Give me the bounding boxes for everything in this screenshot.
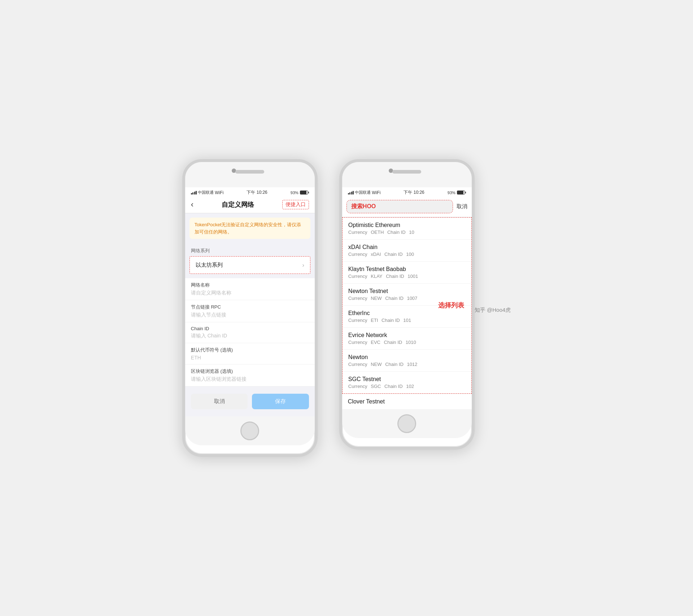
warning-box: TokenPocket无法验证自定义网络的安全性，请仅添加可信任的网络。 (189, 218, 310, 239)
signal-icon-right (348, 191, 354, 195)
field-placeholder-chain-id[interactable]: 请输入 Chain ID (191, 333, 309, 339)
time-right: 下午 10:26 (404, 189, 424, 196)
home-button-left[interactable] (240, 421, 259, 440)
chainid-value-7: 102 (406, 384, 414, 389)
search-placeholder: 搜索HOO (351, 203, 376, 209)
field-placeholder-network-name[interactable]: 请自定义网络名称 (191, 290, 309, 296)
chainid-label-0: Chain ID (387, 230, 406, 235)
field-placeholder-currency[interactable]: ETH (191, 355, 309, 361)
left-nav-bar: ‹ 自定义网络 便捷入口 (185, 197, 315, 213)
chainid-label-1: Chain ID (384, 252, 403, 257)
search-cancel-button[interactable]: 取消 (457, 203, 467, 210)
signal-bar-r2 (349, 192, 350, 195)
network-name-5: Evrice Network (348, 332, 466, 338)
left-phone: 中国联通 WiFi 下午 10:26 93% ‹ 自定义网络 (182, 159, 318, 457)
network-name-7: SGC Testnet (348, 376, 466, 383)
list-item-0[interactable]: Optimistic Ethereum Currency OETH Chain … (343, 218, 471, 240)
network-name-0: Optimistic Ethereum (348, 222, 466, 228)
list-item-7[interactable]: SGC Testnet Currency SGC Chain ID 102 (343, 372, 471, 393)
list-item-2[interactable]: Klaytn Testnet Baobab Currency KLAY Chai… (343, 262, 471, 284)
currency-label-4: Currency (348, 318, 367, 323)
battery-pct-right: 93% (448, 191, 456, 195)
signal-bar-r1 (348, 193, 349, 195)
currency-value-6: NEW (371, 362, 382, 367)
list-item-1[interactable]: xDAI Chain Currency xDAI Chain ID 100 (343, 240, 471, 262)
left-status-left: 中国联通 WiFi (191, 190, 224, 195)
network-series-row[interactable]: 以太坊系列 › (189, 256, 310, 274)
speaker-right (392, 170, 421, 174)
currency-label-2: Currency (348, 274, 367, 279)
battery-pct-left: 93% (291, 191, 298, 195)
network-name-3: Newton Testnet (348, 288, 466, 294)
chainid-label-3: Chain ID (385, 296, 404, 301)
network-name-2: Klaytn Testnet Baobab (348, 266, 466, 272)
left-screen: 中国联通 WiFi 下午 10:26 93% ‹ 自定义网络 (185, 187, 315, 416)
network-name-1: xDAI Chain (348, 244, 466, 250)
left-phone-top (185, 162, 315, 187)
right-phone: 中国联通 WiFi 下午 10:26 93% 搜索HOO (339, 159, 475, 450)
carrier-right: 中国联通 (355, 190, 371, 195)
currency-label-6: Currency (348, 362, 367, 367)
chainid-value-3: 1007 (407, 296, 417, 301)
battery-fill-right (457, 191, 464, 194)
field-chain-id: Chain ID 请输入 Chain ID (185, 322, 315, 343)
list-wrapper: Optimistic Ethereum Currency OETH Chain … (342, 217, 472, 409)
search-input-wrapper[interactable]: 搜索HOO (346, 200, 453, 213)
chainid-label-5: Chain ID (384, 340, 402, 345)
list-item-5[interactable]: Evrice Network Currency EVC Chain ID 101… (343, 328, 471, 350)
right-status-bar: 中国联通 WiFi 下午 10:26 93% (342, 187, 472, 197)
network-meta-5: Currency EVC Chain ID 1010 (348, 340, 466, 345)
field-explorer: 区块链浏览器 (选填) 请输入区块链浏览器链接 (185, 364, 315, 386)
currency-value-7: SGC (371, 384, 381, 389)
speaker-left (235, 170, 264, 174)
cancel-button[interactable]: 取消 (191, 394, 248, 409)
list-item-3[interactable]: Newton Testnet Currency NEW Chain ID 100… (343, 284, 471, 306)
network-name-4: EtherInc (348, 310, 466, 316)
chainid-value-4: 101 (403, 318, 411, 323)
currency-label-1: Currency (348, 252, 367, 257)
currency-value-1: xDAI (371, 252, 381, 257)
chainid-value-2: 1001 (407, 274, 418, 279)
save-button[interactable]: 保存 (252, 394, 309, 409)
chainid-value-6: 1012 (407, 362, 417, 367)
currency-value-5: EVC (371, 340, 380, 345)
field-label-network-name: 网络名称 (191, 282, 309, 288)
network-meta-2: Currency KLAY Chain ID 1001 (348, 274, 466, 279)
list-item-6[interactable]: Newton Currency NEW Chain ID 1012 (343, 350, 471, 372)
field-placeholder-explorer[interactable]: 请输入区块链浏览器链接 (191, 376, 309, 383)
network-name-partial: Clover Testnet (348, 398, 466, 405)
wifi-icon-right: WiFi (372, 190, 380, 195)
carrier-left: 中国联通 (198, 190, 214, 195)
signal-bar-4 (196, 191, 197, 195)
signal-icon (191, 191, 197, 195)
page-title: 自定义网络 (222, 200, 254, 209)
field-placeholder-rpc[interactable]: 请输入节点链接 (191, 312, 309, 318)
currency-value-2: KLAY (371, 274, 382, 279)
right-status-right2: 93% (448, 191, 466, 195)
battery-icon-left (300, 191, 309, 195)
battery-fill-left (300, 191, 307, 194)
right-status-left: 中国联通 WiFi (348, 190, 381, 195)
chainid-label-7: Chain ID (384, 384, 403, 389)
battery-tip-left (308, 192, 309, 193)
chainid-label-6: Chain ID (385, 362, 404, 367)
shortcut-button[interactable]: 便捷入口 (282, 200, 309, 209)
currency-label-0: Currency (348, 230, 367, 235)
home-button-right[interactable] (397, 414, 416, 433)
chevron-icon: › (302, 262, 304, 268)
currency-label-5: Currency (348, 340, 367, 345)
back-button[interactable]: ‹ (191, 200, 193, 209)
field-label-chain-id: Chain ID (191, 326, 309, 331)
partial-item-clover[interactable]: Clover Testnet (342, 394, 472, 409)
network-name-6: Newton (348, 354, 466, 361)
network-series-label: 网络系列 (185, 243, 315, 256)
network-meta-0: Currency OETH Chain ID 10 (348, 230, 466, 235)
button-row: 取消 保存 (185, 386, 315, 416)
signal-bar-1 (191, 193, 192, 195)
wifi-icon-left: WiFi (215, 190, 223, 195)
network-meta-7: Currency SGC Chain ID 102 (348, 384, 466, 389)
signal-bar-r3 (351, 192, 352, 195)
battery-body-left (300, 191, 308, 195)
field-network-name: 网络名称 请自定义网络名称 (185, 278, 315, 300)
field-label-currency: 默认代币符号 (选填) (191, 347, 309, 353)
